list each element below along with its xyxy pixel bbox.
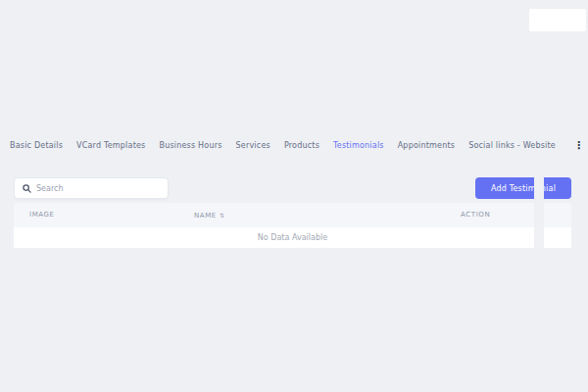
tab-vcard-templates[interactable]: VCard Templates — [76, 133, 145, 159]
layout-gap-strip — [534, 169, 544, 257]
topbar-white-panel — [529, 9, 586, 31]
table-header-row: IMAGE NAME⇅ ACTION — [14, 203, 571, 227]
add-testimonial-button[interactable]: Add Testimonial — [475, 177, 571, 199]
empty-message: No Data Available — [258, 233, 327, 242]
search-input[interactable] — [36, 184, 160, 193]
tab-products[interactable]: Products — [284, 133, 319, 159]
kebab-menu-icon[interactable]: ⋮ — [573, 133, 584, 159]
search-icon — [23, 184, 31, 193]
search-box[interactable] — [14, 177, 169, 199]
page: Basic Details VCard Templates Business H… — [0, 0, 588, 392]
tab-business-hours[interactable]: Business Hours — [159, 133, 221, 159]
tab-appointments[interactable]: Appointments — [398, 133, 455, 159]
table-empty-row: No Data Available — [14, 227, 571, 248]
tab-services[interactable]: Services — [236, 133, 270, 159]
column-header-name-label: NAME — [194, 212, 217, 220]
tab-bar: Basic Details VCard Templates Business H… — [10, 133, 586, 159]
column-header-action: ACTION — [461, 203, 490, 227]
column-header-image: IMAGE — [29, 203, 55, 227]
tab-social-links-website[interactable]: Social links - Website — [468, 133, 556, 159]
sort-icon[interactable]: ⇅ — [220, 212, 225, 219]
tab-testimonials[interactable]: Testimonials — [333, 133, 384, 159]
column-header-name[interactable]: NAME⇅ — [194, 203, 225, 228]
testimonials-table: IMAGE NAME⇅ ACTION No Data Available — [14, 203, 571, 248]
tab-basic-details[interactable]: Basic Details — [10, 133, 63, 159]
